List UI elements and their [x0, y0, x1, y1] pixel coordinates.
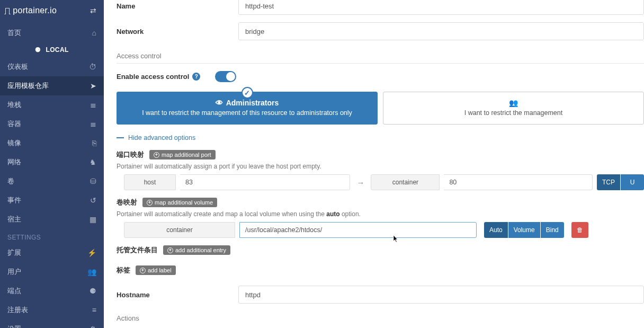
minus-icon — [117, 137, 124, 138]
database-icon: ≡ — [92, 306, 96, 314]
main-content: Name Network Access control Enable acces… — [104, 0, 644, 328]
env-label: LOCAL — [46, 46, 68, 54]
name-input[interactable] — [238, 0, 644, 15]
plus-icon: + — [167, 247, 173, 253]
users-icon: 👥 — [87, 268, 96, 276]
sidebar-item-networks[interactable]: 网络 ♞ — [0, 153, 104, 172]
hostsfile-label: 托管文件条目 — [117, 246, 158, 255]
access-card-administrators[interactable]: ✓ 👁 Administrators I want to restrict th… — [117, 92, 378, 125]
sidebar-item-label: 端点 — [7, 286, 21, 296]
sidebar-toggle-icon[interactable]: ⇄ — [90, 6, 96, 15]
container-port-input[interactable] — [444, 174, 593, 190]
access-control-toggle[interactable] — [215, 71, 236, 82]
add-volume-button[interactable]: + map additional volume — [142, 198, 217, 207]
sidebar-item-label: 应用模板仓库 — [7, 81, 49, 91]
rocket-icon: ➤ — [90, 82, 96, 90]
hostname-label: Hostname — [117, 291, 238, 299]
hdd-icon: ⛁ — [90, 177, 96, 185]
sidebar-item-host[interactable]: 宿主 ▦ — [0, 210, 104, 229]
help-icon[interactable]: ? — [192, 73, 200, 81]
sidebar-item-users[interactable]: 用户 👥 — [0, 262, 104, 281]
access-card-restricted[interactable]: 👥 I want to restrict the management — [383, 92, 644, 125]
sidebar-item-registries[interactable]: 注册表 ≡ — [0, 300, 104, 320]
enable-access-label: Enable access control — [117, 73, 189, 81]
sidebar-item-label: 事件 — [7, 196, 21, 205]
plug-icon: ⚈ — [90, 287, 96, 295]
add-label-label: add label — [148, 267, 172, 273]
clone-icon: ⎘ — [92, 139, 96, 147]
actions-header: Actions — [117, 311, 644, 322]
sidebar-item-label: 宿主 — [7, 215, 21, 224]
vol-container-addon: container — [124, 222, 235, 238]
plug-icon: ⚈ — [35, 46, 41, 54]
plus-icon: + — [154, 152, 159, 158]
sidebar-item-extensions[interactable]: 扩展 ⚡ — [0, 243, 104, 262]
sidebar: ⎍ portainer.io ⇄ 首页 ⌂ ⚈ LOCAL 仪表板 ⏱ 应用模板… — [0, 0, 104, 328]
sidebar-item-label: 仪表板 — [7, 62, 28, 72]
volume-mapping-label: 卷映射 — [117, 198, 137, 207]
admin-card-title: Administrators — [226, 99, 279, 107]
sitemap-icon: ♞ — [90, 158, 96, 166]
sidebar-item-label: 镜像 — [7, 138, 21, 148]
sidebar-item-label: 扩展 — [7, 248, 21, 258]
host-port-input[interactable] — [180, 174, 350, 190]
bind-button[interactable]: Bind — [541, 222, 564, 238]
auto-button[interactable]: Auto — [484, 222, 508, 238]
add-label-button[interactable]: + add label — [136, 265, 176, 275]
network-select[interactable] — [238, 22, 644, 40]
sidebar-item-events[interactable]: 事件 ↺ — [0, 191, 104, 210]
container-addon: container — [371, 174, 440, 190]
sidebar-item-endpoints[interactable]: 端点 ⚈ — [0, 281, 104, 300]
users-icon: 👥 — [509, 99, 518, 107]
sidebar-item-dashboard[interactable]: 仪表板 ⏱ — [0, 57, 104, 76]
hostname-input[interactable] — [238, 286, 644, 304]
restricted-card-desc: I want to restrict the management — [392, 109, 635, 117]
check-icon: ✓ — [241, 87, 253, 99]
sidebar-item-label: 用户 — [7, 267, 21, 277]
list-icon: ≣ — [90, 101, 96, 109]
sidebar-item-label: 注册表 — [7, 305, 28, 315]
protocol-group: TCP U — [597, 174, 644, 190]
sidebar-item-label: 堆栈 — [7, 100, 21, 110]
access-control-header: Access control — [117, 48, 644, 64]
brand-logo[interactable]: ⎍ portainer.io — [4, 5, 57, 16]
sidebar-settings-header: SETTINGS — [0, 229, 104, 243]
sidebar-item-settings[interactable]: 设置 ⚙ — [0, 320, 104, 328]
port-mapping-label: 端口映射 — [117, 150, 144, 159]
admin-card-desc: I want to restrict the management of thi… — [126, 109, 369, 117]
sidebar-item-containers[interactable]: 容器 ≣ — [0, 114, 104, 134]
plus-icon: + — [140, 268, 146, 273]
sidebar-item-home[interactable]: 首页 ⌂ — [0, 23, 104, 42]
add-port-button[interactable]: + map additional port — [149, 150, 216, 159]
volume-type-group: Auto Volume Bind — [484, 222, 564, 238]
sidebar-item-templates[interactable]: 应用模板仓库 ➤ — [0, 76, 104, 95]
labels-label: 标签 — [117, 266, 130, 275]
delete-volume-button[interactable]: 🗑 — [571, 222, 588, 238]
name-label: Name — [117, 2, 238, 10]
tcp-button[interactable]: TCP — [597, 174, 620, 190]
home-icon: ⌂ — [92, 29, 96, 37]
volume-button[interactable]: Volume — [508, 222, 540, 238]
cubes-icon: ≣ — [90, 120, 96, 128]
port-hint: Portainer will automatically assign a po… — [117, 163, 644, 170]
history-icon: ↺ — [90, 196, 96, 205]
hide-advanced-label: Hide advanced options — [128, 134, 195, 141]
vol-container-input[interactable] — [239, 222, 477, 238]
add-hostsentry-button[interactable]: + add additional entry — [163, 245, 230, 255]
hide-advanced-toggle[interactable]: Hide advanced options — [117, 134, 195, 141]
arrow-right-icon: → — [354, 178, 366, 187]
trash-icon: 🗑 — [577, 226, 583, 234]
grid-icon: ▦ — [90, 215, 96, 224]
sidebar-item-images[interactable]: 镜像 ⎘ — [0, 134, 104, 153]
crane-icon: ⎍ — [4, 5, 11, 16]
sidebar-item-label: 容器 — [7, 119, 21, 129]
sidebar-item-volumes[interactable]: 卷 ⛁ — [0, 172, 104, 191]
brand-text: portainer.io — [13, 6, 57, 15]
sidebar-item-label: 卷 — [7, 176, 14, 186]
add-port-label: map additional port — [162, 152, 211, 158]
udp-button[interactable]: U — [621, 174, 644, 190]
add-volume-label: map additional volume — [155, 199, 213, 206]
sidebar-item-stacks[interactable]: 堆栈 ≣ — [0, 95, 104, 114]
host-addon: host — [124, 174, 176, 190]
sidebar-env[interactable]: ⚈ LOCAL — [0, 42, 104, 57]
